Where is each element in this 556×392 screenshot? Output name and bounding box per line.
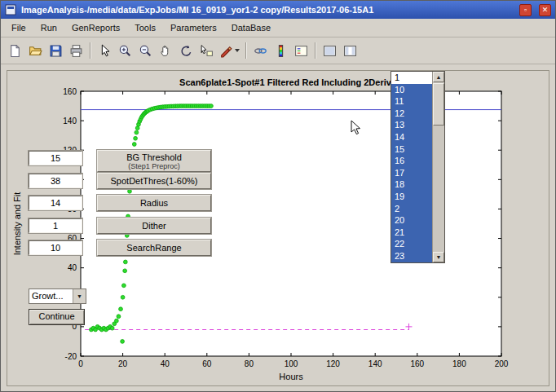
svg-text:-20: -20 [65, 352, 77, 361]
link-plot-button[interactable] [250, 41, 271, 61]
svg-text:Hours: Hours [279, 372, 303, 381]
zoom-out-icon [139, 44, 152, 58]
listbox-item-17[interactable]: 17 [391, 167, 432, 179]
brush-data-button[interactable] [217, 41, 242, 61]
data-cursor-button[interactable] [196, 41, 217, 61]
listbox-item-11[interactable]: 11 [391, 95, 432, 108]
window-icon [5, 4, 16, 15]
zoom-in-icon [118, 44, 132, 58]
scrollbar-thumb[interactable] [433, 83, 444, 126]
svg-text:100: 100 [285, 359, 298, 368]
dither-field[interactable]: 1 [29, 218, 82, 233]
growth-dropdown[interactable]: Growt... ▼ [29, 288, 86, 304]
plot-canvas[interactable]: 020406080100120140160180200-200204060801… [7, 71, 549, 385]
rotate-3d-button[interactable] [176, 41, 196, 61]
spot-number-listbox[interactable]: 110111213141516171819220212223 ▲ ▼ [391, 71, 445, 263]
toolbar-separator [245, 42, 247, 59]
save-floppy-icon [49, 44, 63, 58]
legend-icon [294, 44, 308, 58]
hide-plot-tools-button[interactable] [320, 41, 340, 61]
bg-threshold-field[interactable]: 15 [29, 151, 82, 165]
listbox-item-2[interactable]: 2 [391, 203, 432, 215]
svg-text:140: 140 [63, 117, 77, 126]
figure-area: 020406080100120140160180200-200204060801… [7, 70, 549, 386]
svg-text:200: 200 [495, 359, 509, 368]
listbox-item-13[interactable]: 13 [391, 119, 432, 131]
edit-plot-button[interactable] [95, 41, 115, 61]
search-range-button[interactable]: SearchRange [97, 240, 211, 256]
listbox-scrollbar[interactable]: ▲ ▼ [432, 72, 444, 262]
svg-text:180: 180 [452, 359, 466, 368]
dropdown-arrow-icon[interactable]: ▼ [73, 289, 86, 303]
listbox-item-21[interactable]: 21 [391, 227, 432, 239]
new-figure-icon [8, 44, 22, 58]
spot-det-thres-field[interactable]: 38 [29, 174, 82, 188]
svg-text:160: 160 [63, 87, 77, 96]
scroll-down-button[interactable]: ▼ [433, 252, 444, 262]
colorbar-icon [274, 44, 288, 58]
bg-threshold-button[interactable]: BG Threshold(Step1 Preproc) [97, 150, 211, 172]
svg-text:60: 60 [202, 359, 212, 368]
window-title: ImageAnalysis-/media/data/ExpJobs/MI 16_… [21, 5, 512, 15]
print-figure-button[interactable] [66, 41, 86, 61]
growth-dropdown-value: Growt... [29, 289, 73, 303]
show-plot-tools-button[interactable] [340, 41, 360, 61]
save-figure-button[interactable] [46, 41, 66, 61]
menu-run[interactable]: Run [33, 20, 64, 36]
title-bar[interactable]: ImageAnalysis-/media/data/ExpJobs/MI 16_… [1, 1, 555, 19]
insert-legend-button[interactable] [291, 41, 311, 61]
listbox-item-18[interactable]: 18 [391, 178, 432, 191]
show-plot-tools-icon [343, 44, 357, 58]
listbox-item-23[interactable]: 23 [391, 250, 432, 262]
scroll-up-button[interactable]: ▲ [433, 72, 444, 82]
listbox-item-1[interactable]: 1 [391, 72, 432, 84]
close-button[interactable]: ✕ [539, 4, 551, 16]
listbox-item-12[interactable]: 12 [391, 108, 432, 120]
pan-hand-icon [159, 44, 173, 58]
svg-text:Intensity and Fit: Intensity and Fit [12, 192, 22, 256]
radius-field[interactable]: 14 [29, 196, 82, 210]
listbox-item-16[interactable]: 16 [391, 155, 432, 167]
listbox-item-10[interactable]: 10 [391, 84, 432, 96]
listbox-item-19[interactable]: 19 [391, 191, 432, 203]
pointer-arrow-icon [98, 44, 112, 58]
menu-bar: FileRunGenReportsToolsParametersDataBase [1, 19, 555, 37]
mouse-cursor [351, 120, 362, 136]
pan-button[interactable] [156, 41, 176, 61]
toolbar-separator [90, 42, 91, 59]
dither-button[interactable]: Dither [97, 218, 211, 234]
brush-dropdown-caret[interactable] [235, 49, 240, 52]
open-file-button[interactable] [25, 41, 46, 61]
continue-button[interactable]: Continue [29, 309, 85, 325]
listbox-item-20[interactable]: 20 [391, 214, 432, 227]
zoom-out-button[interactable] [135, 41, 156, 61]
menu-parameters[interactable]: Parameters [163, 20, 224, 36]
zoom-in-button[interactable] [115, 41, 135, 61]
listbox-item-22[interactable]: 22 [391, 238, 432, 250]
menu-tools[interactable]: Tools [127, 20, 163, 36]
hide-plot-tools-icon [323, 44, 337, 58]
menu-database[interactable]: DataBase [224, 20, 278, 36]
spot-det-thres-button[interactable]: SpotDetThres(1-60%) [97, 173, 211, 189]
svg-text:80: 80 [245, 359, 254, 368]
search-range-field[interactable]: 10 [29, 240, 82, 255]
menu-genreports[interactable]: GenReports [64, 20, 127, 36]
printer-icon [69, 44, 83, 58]
data-cursor-icon [200, 44, 214, 58]
new-figure-button[interactable] [5, 41, 25, 61]
brush-icon [219, 44, 233, 58]
toolbar-separator [315, 42, 316, 59]
svg-text:140: 140 [368, 359, 382, 368]
listbox-item-14[interactable]: 14 [391, 131, 432, 143]
listbox-item-15[interactable]: 15 [391, 143, 432, 156]
menu-file[interactable]: File [4, 20, 33, 36]
open-folder-icon [29, 44, 42, 58]
link-chain-icon [254, 44, 267, 58]
svg-text:40: 40 [161, 359, 170, 368]
svg-text:20: 20 [118, 359, 128, 368]
svg-text:Scan6plate1-Spot#1 Filtered Re: Scan6plate1-Spot#1 Filtered Red Includin… [179, 77, 403, 87]
maximize-button[interactable]: ▫ [519, 4, 532, 16]
app-window: ImageAnalysis-/media/data/ExpJobs/MI 16_… [0, 0, 556, 392]
insert-colorbar-button[interactable] [271, 41, 291, 61]
radius-button[interactable]: Radius [97, 195, 211, 211]
